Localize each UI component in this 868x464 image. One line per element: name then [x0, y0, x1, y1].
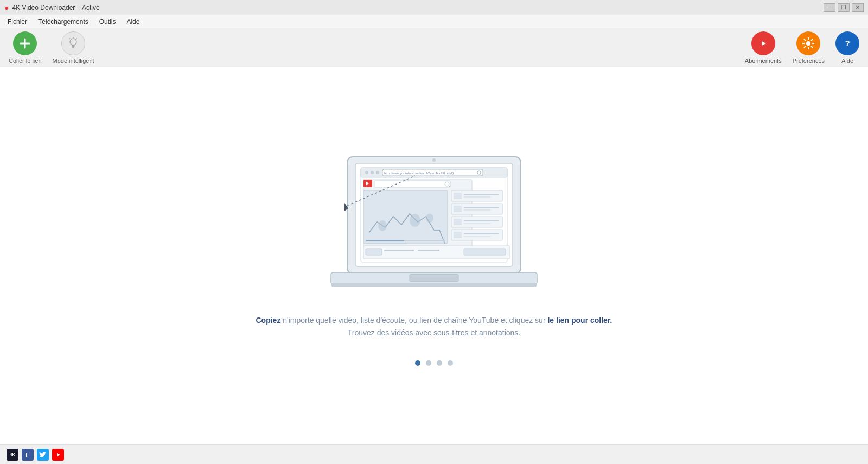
minimize-button[interactable]: –: [824, 3, 835, 12]
svg-point-24: [432, 158, 436, 162]
svg-rect-38: [374, 181, 450, 187]
window-controls[interactable]: – ❐ ✕: [824, 3, 864, 12]
dot-2[interactable]: [426, 360, 431, 366]
description-link-text: le lien pour coller.: [547, 316, 612, 325]
maximize-button[interactable]: ❐: [838, 3, 850, 12]
svg-point-29: [376, 171, 379, 174]
svg-rect-51: [464, 196, 491, 198]
svg-point-28: [371, 171, 374, 174]
footer-youtube-icon[interactable]: [52, 449, 64, 461]
dot-1[interactable]: [415, 360, 420, 366]
menu-outils[interactable]: Outils: [94, 17, 122, 27]
toolbar-right: Abonnements: [745, 31, 859, 64]
svg-line-17: [811, 46, 813, 48]
svg-rect-63: [464, 236, 491, 237]
svg-text:f: f: [25, 452, 28, 458]
svg-point-11: [806, 41, 810, 46]
svg-rect-49: [454, 193, 462, 199]
svg-rect-71: [410, 274, 458, 282]
svg-line-18: [811, 39, 813, 41]
title-text: 4K Video Downloader – Activé: [12, 4, 99, 11]
smart-mode-label: Mode intelligent: [53, 58, 94, 64]
svg-text:?: ?: [845, 39, 850, 48]
svg-rect-54: [464, 207, 499, 208]
menu-bar: Fichier Téléchargements Outils Aide: [0, 15, 868, 28]
svg-rect-5: [72, 47, 74, 48]
description: Copiez n'importe quelle vidéo, liste d'é…: [256, 314, 612, 339]
svg-point-27: [365, 171, 368, 174]
svg-point-44: [426, 214, 433, 223]
svg-text:http://www.youtube.com/watch?v: http://www.youtube.com/watch?v=nJkaF9Lnd…: [384, 171, 454, 175]
description-middle: n'importe quelle vidéo, liste d'écoute, …: [280, 316, 547, 325]
menu-fichier[interactable]: Fichier: [2, 17, 33, 27]
footer-facebook-icon[interactable]: f: [22, 449, 34, 461]
close-button[interactable]: ✕: [852, 3, 864, 12]
dots-pagination[interactable]: [415, 360, 453, 366]
svg-rect-46: [366, 240, 404, 241]
footer: 4K f: [0, 444, 868, 464]
svg-rect-68: [464, 249, 506, 255]
help-label: Aide: [841, 58, 853, 64]
menu-telechargements[interactable]: Téléchargements: [33, 17, 94, 27]
svg-rect-3: [72, 45, 75, 46]
app-icon: ●: [4, 3, 9, 12]
svg-point-2: [70, 39, 76, 45]
description-line2: Trouvez des vidéos avec sous-titres et a…: [256, 327, 612, 339]
svg-rect-72: [331, 283, 537, 287]
paste-link-icon: [13, 31, 37, 55]
paste-link-label: Coller le lien: [9, 58, 42, 64]
svg-point-42: [378, 220, 387, 231]
svg-rect-61: [454, 232, 462, 238]
svg-rect-66: [384, 250, 414, 251]
smart-mode-icon: [61, 31, 85, 55]
svg-rect-41: [363, 190, 448, 244]
dot-3[interactable]: [437, 360, 442, 366]
menu-aide[interactable]: Aide: [121, 17, 145, 27]
main-content: http://www.youtube.com/watch?v=nJkaF9Lnd…: [0, 67, 868, 444]
footer-twitter-icon[interactable]: [37, 449, 49, 461]
help-icon: ?: [835, 31, 859, 55]
title-bar-left: ● 4K Video Downloader – Activé: [4, 3, 100, 12]
svg-line-19: [804, 46, 806, 48]
svg-line-8: [76, 38, 78, 39]
svg-point-43: [410, 214, 420, 227]
toolbar: Coller le lien Mode intelligent: [0, 28, 868, 67]
subscriptions-icon: [751, 31, 775, 55]
title-bar: ● 4K Video Downloader – Activé – ❐ ✕: [0, 0, 868, 15]
preferences-label: Préférences: [793, 58, 825, 64]
svg-line-16: [804, 39, 806, 41]
subscriptions-button[interactable]: Abonnements: [745, 31, 782, 64]
svg-line-7: [69, 38, 71, 39]
smart-mode-button[interactable]: Mode intelligent: [53, 31, 94, 64]
description-line1: Copiez n'importe quelle vidéo, liste d'é…: [256, 314, 612, 326]
svg-rect-4: [72, 46, 75, 47]
help-button[interactable]: ? Aide: [835, 31, 859, 64]
svg-rect-62: [464, 233, 499, 234]
preferences-button[interactable]: Préférences: [793, 31, 825, 64]
svg-rect-67: [418, 250, 439, 251]
preferences-icon: [796, 31, 820, 55]
svg-rect-58: [464, 220, 499, 221]
svg-rect-57: [454, 219, 462, 225]
svg-rect-53: [454, 206, 462, 212]
svg-rect-50: [464, 194, 499, 195]
svg-rect-65: [366, 249, 382, 255]
svg-rect-59: [464, 223, 491, 224]
svg-rect-55: [464, 209, 491, 211]
paste-link-button[interactable]: Coller le lien: [9, 31, 42, 64]
dot-4[interactable]: [448, 360, 453, 366]
footer-4k-icon[interactable]: 4K: [7, 449, 18, 461]
description-highlight: Copiez: [256, 316, 281, 325]
subscriptions-label: Abonnements: [745, 58, 782, 64]
laptop-illustration: http://www.youtube.com/watch?v=nJkaF9Lnd…: [309, 146, 559, 298]
